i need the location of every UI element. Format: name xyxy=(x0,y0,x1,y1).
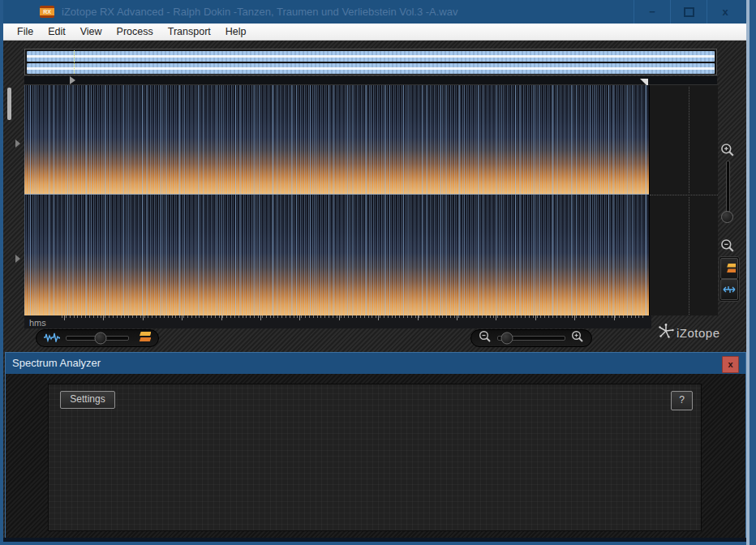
zoom-in-icon[interactable] xyxy=(720,143,735,161)
blend-slider-track[interactable] xyxy=(66,336,129,341)
channel-marker-icon[interactable] xyxy=(15,139,20,148)
window-title: iZotope RX Advanced - Ralph Dokin -Tanze… xyxy=(62,6,458,18)
menu-item-help[interactable]: Help xyxy=(218,24,254,40)
horizontal-zoom-track[interactable] xyxy=(497,336,565,341)
close-button[interactable]: x xyxy=(707,0,743,24)
spectrogram-icon xyxy=(135,331,151,345)
window-controls: − x xyxy=(634,0,743,24)
overview-waveform-left xyxy=(27,51,715,62)
panel-title: Spectrum Analyzer xyxy=(12,357,101,369)
zoom-out-icon[interactable] xyxy=(720,238,735,256)
app-icon: RX xyxy=(40,6,54,18)
ruler-unit-label: hms xyxy=(29,318,46,328)
menu-item-transport[interactable]: Transport xyxy=(161,24,218,40)
waveform-layer-icon xyxy=(723,285,736,294)
minimize-button[interactable]: − xyxy=(634,0,670,24)
overview-strip[interactable] xyxy=(24,49,717,75)
scale-channel-1 xyxy=(650,85,718,195)
panel-close-icon: x xyxy=(728,360,732,369)
menu-item-process[interactable]: Process xyxy=(110,24,161,40)
blend-slider-knob[interactable] xyxy=(94,333,106,345)
spectrogram-layer-icon xyxy=(723,263,736,274)
window-frame-bottom-border xyxy=(0,542,756,545)
horizontal-zoom-group xyxy=(470,329,592,347)
spectrum-plot xyxy=(57,414,706,517)
app-icon-label: RX xyxy=(43,9,51,15)
menu-item-view[interactable]: View xyxy=(73,24,110,40)
waveform-icon xyxy=(44,331,60,345)
scale-channel-2 xyxy=(650,195,718,316)
izotope-logo: iZotope xyxy=(657,323,720,342)
horizontal-zoom-knob[interactable] xyxy=(500,333,513,345)
blend-slider-group xyxy=(36,329,159,347)
horizontal-scroll-strip[interactable] xyxy=(24,76,717,85)
menu-bar: File Edit View Process Transport Help xyxy=(3,24,746,41)
spectrogram-layer-button[interactable] xyxy=(720,258,738,279)
channel-right-spectrogram xyxy=(24,195,649,315)
panel-close-button[interactable]: x xyxy=(722,356,739,373)
time-ruler[interactable]: hms xyxy=(24,315,651,328)
izotope-logo-icon xyxy=(657,323,675,342)
vertical-scrollbar[interactable] xyxy=(7,88,11,120)
menu-item-file[interactable]: File xyxy=(10,24,41,40)
vertical-zoom-slider[interactable] xyxy=(726,161,730,217)
menu-item-edit[interactable]: Edit xyxy=(41,24,73,40)
panel-title-bar[interactable]: Spectrum Analyzer x xyxy=(6,353,745,374)
title-bar[interactable]: RX iZotope RX Advanced - Ralph Dokin -Ta… xyxy=(3,0,746,24)
minimize-icon: − xyxy=(649,8,655,16)
maximize-icon xyxy=(684,7,694,17)
maximize-button[interactable] xyxy=(670,0,707,24)
overview-waveform-right xyxy=(27,63,715,74)
zoom-rail xyxy=(717,85,741,315)
scale-panel xyxy=(649,85,718,315)
help-button[interactable]: ? xyxy=(671,391,693,410)
window-frame-right xyxy=(750,0,756,545)
app-window: RX iZotope RX Advanced - Ralph Dokin -Ta… xyxy=(0,0,756,545)
analyzer-inner-panel: Settings ? xyxy=(48,384,702,531)
vertical-zoom-knob[interactable] xyxy=(721,211,733,223)
spectrogram-display[interactable] xyxy=(24,85,649,315)
channel-marker-icon[interactable] xyxy=(15,255,20,263)
waveform-layer-button[interactable] xyxy=(720,279,738,300)
window-frame-left xyxy=(0,0,3,545)
channel-left-spectrogram xyxy=(24,85,649,195)
settings-button[interactable]: Settings xyxy=(60,391,115,409)
zoom-out-icon[interactable] xyxy=(479,330,492,346)
zoom-in-icon[interactable] xyxy=(571,330,584,346)
position-marker-icon xyxy=(70,76,75,84)
layer-toggle-group xyxy=(719,256,740,302)
spectrum-analyzer-panel: Spectrum Analyzer x Settings ? xyxy=(5,352,746,539)
close-icon: x xyxy=(722,6,728,18)
izotope-logo-text: iZotope xyxy=(677,326,720,340)
overview-selection-marker xyxy=(74,50,75,74)
